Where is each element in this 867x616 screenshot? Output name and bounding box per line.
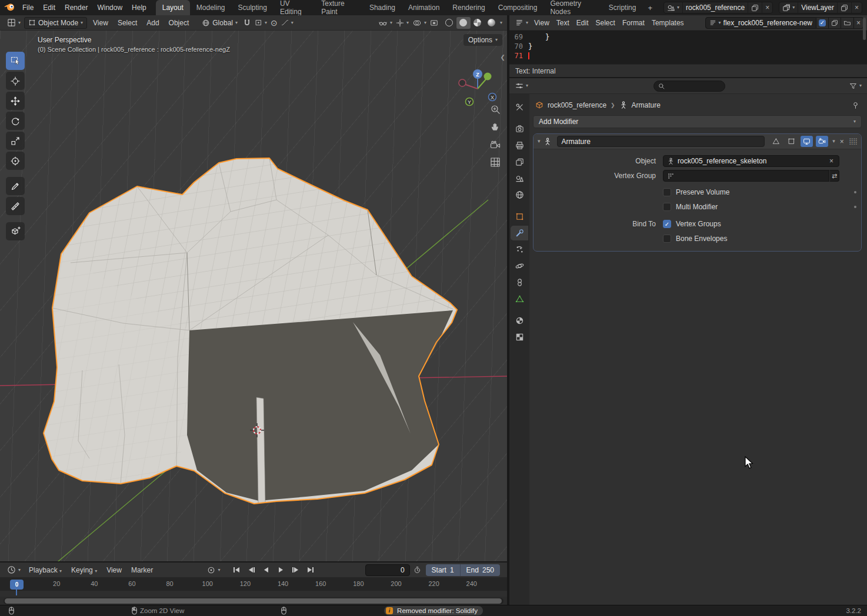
properties-editor-type-button[interactable]: ▾	[513, 81, 531, 91]
tab-texture[interactable]	[511, 330, 528, 344]
pin-icon[interactable]	[852, 102, 859, 109]
edit-mode-display-toggle[interactable]	[785, 136, 798, 147]
new-viewlayer-button[interactable]	[837, 2, 851, 13]
tool-cursor[interactable]	[6, 72, 25, 90]
play-reverse-button[interactable]	[259, 565, 273, 575]
viewport-menu-item[interactable]: Add	[142, 17, 164, 29]
shading-material-button[interactable]	[471, 17, 485, 29]
workspace-tab[interactable]: Shading	[363, 0, 402, 15]
shading-rendered-button[interactable]	[485, 17, 499, 29]
tab-constraints[interactable]	[511, 275, 528, 290]
orthographic-toggle-button[interactable]	[490, 157, 501, 168]
rock-mesh[interactable]	[44, 158, 457, 504]
transform-orientation-selector[interactable]: Global ▾	[198, 18, 241, 28]
play-button[interactable]	[274, 565, 288, 575]
topbar-menu-item[interactable]: File	[18, 2, 38, 14]
current-frame-field[interactable]: 0	[365, 564, 410, 576]
jump-to-end-button[interactable]	[304, 565, 317, 575]
chevron-down-icon[interactable]: ▾	[500, 21, 502, 25]
timeline-scrollbar[interactable]	[4, 598, 503, 604]
shading-solid-button[interactable]	[456, 17, 471, 29]
text-datablock-field[interactable]: ▾ flex_rock005_reference-new	[705, 17, 816, 29]
bone-envelopes-checkbox[interactable]	[663, 235, 671, 243]
text-editor-scrollbar[interactable]	[863, 18, 866, 40]
topbar-menu-item[interactable]: Window	[92, 2, 127, 14]
workspace-tab[interactable]: UV Editing	[274, 0, 315, 15]
tool-annotate[interactable]	[6, 177, 25, 195]
scrollbar-thumb[interactable]	[5, 598, 502, 604]
tab-object-data[interactable]	[511, 292, 528, 306]
viewlayer-name[interactable]: ViewLayer	[798, 2, 837, 13]
properties-search-input[interactable]	[668, 82, 721, 89]
visibility-dropdown[interactable]: ▾	[376, 18, 394, 28]
proportional-editing-toggle[interactable]: ⊙	[269, 18, 279, 28]
workspace-tab[interactable]: Geometry Nodes	[543, 0, 602, 15]
timeline-editor-type-button[interactable]: ▾	[4, 564, 24, 575]
modifier-extras-dropdown[interactable]: ▾	[832, 139, 835, 144]
workspace-tab[interactable]: Compositing	[492, 0, 544, 15]
workspace-tab[interactable]: Layout	[156, 0, 190, 15]
tab-material[interactable]	[511, 313, 528, 328]
scene-name[interactable]: rock005_reference	[682, 2, 748, 13]
workspace-tab[interactable]: Modeling	[190, 0, 232, 15]
tool-transform[interactable]	[6, 152, 25, 170]
viewport-canvas[interactable]: User Perspective (0) Scene Collection | …	[0, 31, 507, 561]
preserve-volume-checkbox[interactable]	[663, 188, 671, 196]
invert-vertex-group-button[interactable]: ⇄	[829, 170, 839, 182]
workspace-tab[interactable]: Scripting	[602, 0, 643, 15]
jump-to-start-button[interactable]	[230, 565, 244, 575]
overlays-dropdown[interactable]: ▾	[411, 18, 428, 28]
playback-menu[interactable]: Playback ▾	[24, 564, 66, 576]
tab-tool[interactable]	[511, 100, 528, 115]
on-cage-toggle[interactable]	[770, 136, 782, 147]
delete-modifier-button[interactable]: ×	[838, 138, 846, 145]
render-display-toggle[interactable]	[816, 136, 828, 147]
code-area[interactable]: 69 } 70 } 71	[509, 31, 867, 64]
camera-view-button[interactable]	[490, 140, 501, 150]
workspace-tab[interactable]: Rendering	[446, 0, 491, 15]
snap-toggle[interactable]	[241, 18, 253, 28]
tab-particles[interactable]	[511, 242, 528, 257]
new-scene-button[interactable]	[748, 2, 762, 13]
workspace-tab[interactable]: Animation	[402, 0, 446, 15]
animate-property-dot[interactable]	[854, 191, 856, 193]
frame-end-field[interactable]: End 250	[461, 564, 500, 576]
proportional-falloff-selector[interactable]: ▾	[279, 18, 295, 28]
snap-target-selector[interactable]: ▾	[253, 18, 269, 28]
editor-type-button[interactable]: ▾	[4, 17, 24, 28]
add-workspace-button[interactable]: +	[642, 4, 658, 12]
code-line[interactable]: 69 }	[509, 32, 867, 42]
text-editor-type-button[interactable]: ▾	[513, 18, 531, 28]
auto-keying-toggle[interactable]: ▾	[205, 565, 222, 575]
frame-ruler[interactable]: 020406080100120140160180200220240	[0, 578, 507, 591]
frame-sync-icon[interactable]	[412, 565, 422, 575]
breadcrumb-object[interactable]: rock005_reference	[548, 101, 606, 109]
close-icon[interactable]: ×	[851, 2, 862, 13]
breadcrumb-modifier[interactable]: Armature	[632, 101, 661, 109]
pan-hand-button[interactable]	[490, 121, 501, 133]
tool-add-cube[interactable]	[6, 222, 25, 240]
tool-move[interactable]	[6, 92, 25, 110]
text-editor-menu-item[interactable]: Select	[592, 17, 619, 29]
realtime-display-toggle[interactable]	[801, 136, 813, 147]
xray-toggle[interactable]	[428, 18, 440, 28]
topbar-menu-item[interactable]: Render	[60, 2, 92, 14]
tab-world[interactable]	[511, 188, 528, 202]
armature-object-field[interactable]: rock005_reference_skeleton ×	[663, 155, 839, 167]
shading-wireframe-button[interactable]	[442, 17, 456, 29]
animate-property-dot[interactable]	[854, 206, 856, 208]
tool-select-box[interactable]	[6, 52, 25, 70]
multi-modifier-checkbox[interactable]	[663, 203, 671, 211]
close-icon[interactable]: ×	[762, 2, 772, 13]
report-notification[interactable]: i Removed modifier: Solidify	[384, 606, 483, 615]
text-editor-menu-item[interactable]: Templates	[648, 17, 688, 29]
tool-rotate[interactable]	[6, 112, 25, 130]
tab-render[interactable]	[511, 122, 528, 136]
tab-object[interactable]	[511, 209, 528, 224]
modifier-name-field[interactable]: Armature	[557, 136, 765, 147]
clear-object-icon[interactable]: ×	[828, 158, 835, 165]
playhead[interactable]: 0	[10, 580, 24, 590]
viewport-menu-item[interactable]: View	[88, 17, 113, 29]
blender-logo-icon[interactable]	[4, 2, 15, 13]
tab-physics[interactable]	[511, 259, 528, 273]
